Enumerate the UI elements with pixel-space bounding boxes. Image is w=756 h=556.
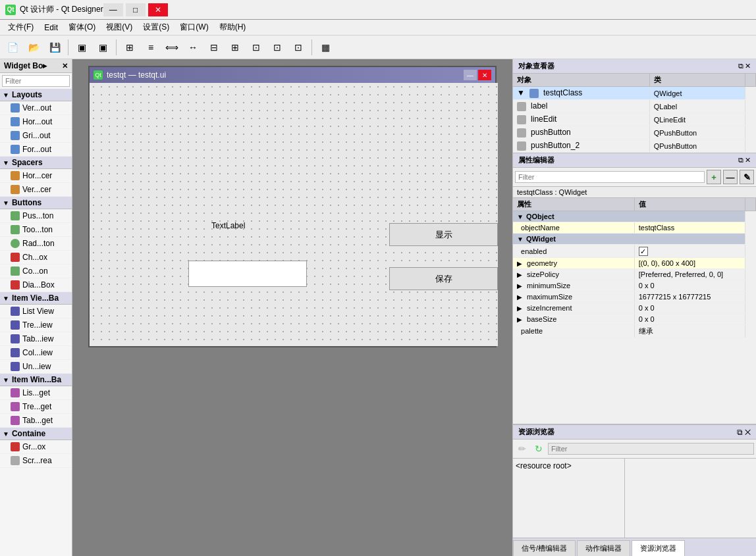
pe-checkbox-enabled[interactable]: ✓ [639,247,648,256]
canvas-show-button[interactable]: 显示 [389,223,498,246]
tb-btn-1[interactable]: ▣ [72,38,92,57]
oi-expand-testqtclass[interactable]: ▼ [517,88,525,97]
pe-row-palette[interactable]: palette 继承 [513,324,756,338]
tb-btn-7[interactable]: ⊟ [204,38,224,57]
pe-expand-minimumsize[interactable]: ▶ [517,282,522,290]
rb-float-button[interactable]: ⧉ [737,428,743,437]
pe-val-minimumsize[interactable]: 0 x 0 [634,280,745,291]
pe-val-sizeincrement[interactable]: 0 x 0 [634,302,745,313]
pe-filter-input[interactable] [515,171,705,183]
wb-item-tablewidget[interactable]: Tab...get [0,414,72,428]
wb-item-horizontal-layout[interactable]: Hor...out [0,115,72,129]
tab-action-editor[interactable]: 动作编辑器 [577,540,630,556]
tb-btn-4[interactable]: ≡ [141,38,161,57]
tb-btn-11[interactable]: ⊡ [288,38,308,57]
pe-add-button[interactable]: + [707,170,721,184]
tb-btn-2[interactable]: ▣ [93,38,113,57]
wb-item-vertical-layout[interactable]: Ver...out [0,101,72,115]
pe-expand-maximumsize[interactable]: ▶ [517,293,522,301]
designer-close-button[interactable]: ✕ [478,70,491,80]
menu-item-1[interactable]: Edit [39,20,63,35]
wb-item-dialogbox[interactable]: Dia...Box [0,278,72,292]
tab-resource-browser[interactable]: 资源浏览器 [632,540,685,556]
wb-item-radiobutton[interactable]: Rad...ton [0,237,72,251]
wb-item-grid-layout[interactable]: Gri...out [0,129,72,143]
minimize-button[interactable]: — [103,3,123,16]
rb-refresh-button[interactable]: ↻ [531,442,546,456]
pe-row-objectname[interactable]: objectName testqtClass [513,222,756,234]
pe-expand-sizepolicy[interactable]: ▶ [517,271,522,278]
canvas-textlabel[interactable]: TextLabel [211,221,245,230]
pe-row-sizepolicy[interactable]: ▶ sizePolicy [Preferred, Preferred, 0, 0… [513,268,756,280]
designer-canvas[interactable]: TextLabel 显示 保存 [90,83,498,346]
pe-remove-button[interactable]: — [723,170,738,184]
canvas-lineedit[interactable] [188,261,307,287]
tb-btn-5[interactable]: ⟺ [162,38,182,57]
oi-row-label[interactable]: label QLabel [513,100,756,113]
wb-item-listwidget[interactable]: Lis...get [0,386,72,400]
rb-close-button[interactable]: ✕ [745,428,751,437]
wb-item-undoview[interactable]: Un...iew [0,360,72,374]
pe-expand-qobject[interactable]: ▼ [517,213,524,220]
oi-row-pushbutton2[interactable]: pushButton_2 QPushButton [513,139,756,153]
pe-close-button[interactable]: ✕ [745,156,751,164]
canvas-save-button[interactable]: 保存 [389,267,498,290]
tb-btn-3[interactable]: ⊞ [120,38,140,57]
pe-float-button[interactable]: ⧉ [738,156,743,164]
widget-box-filter-input[interactable] [2,75,70,87]
wb-category-spacers[interactable]: ▼ Spacers [0,157,72,169]
wb-item-groupbox[interactable]: Gr...ox [0,440,72,454]
wb-item-treeview[interactable]: Tre...iew [0,318,72,332]
pe-val-basesize[interactable]: 0 x 0 [634,313,745,324]
widget-box-close[interactable]: ✕ [62,62,68,70]
open-button[interactable]: 📂 [24,38,43,57]
wb-item-checkbox[interactable]: Ch...ox [0,251,72,265]
menu-item-6[interactable]: 帮助(H) [214,20,252,35]
wb-category-buttons[interactable]: ▼ Buttons [0,197,72,209]
tb-btn-10[interactable]: ⊡ [267,38,287,57]
rb-resource-root[interactable]: <resource root> [516,461,572,470]
wb-item-combobox[interactable]: Co...on [0,265,72,278]
wb-item-listview[interactable]: List View [0,305,72,318]
tab-signal-slot[interactable]: 信号/槽编辑器 [513,540,576,556]
pe-expand-basesize[interactable]: ▶ [517,316,522,323]
oi-row-lineedit[interactable]: lineEdit QLineEdit [513,113,756,126]
pe-expand-geometry[interactable]: ▶ [517,260,522,267]
rb-filter-input[interactable] [548,443,754,455]
pe-val-sizepolicy[interactable]: [Preferred, Preferred, 0, 0] [634,268,745,280]
wb-item-tableview[interactable]: Tab...iew [0,332,72,346]
menu-item-4[interactable]: 设置(S) [138,20,175,35]
wb-category-layouts[interactable]: ▼ Layouts [0,89,72,101]
tb-btn-9[interactable]: ⊡ [246,38,266,57]
pe-expand-qwidget[interactable]: ▼ [517,236,524,243]
wb-item-vertical-spacer[interactable]: Ver...cer [0,183,72,197]
pe-row-geometry[interactable]: ▶ geometry [(0, 0), 600 x 400] [513,257,756,268]
wb-item-columnview[interactable]: Col...iew [0,346,72,360]
designer-minimize-button[interactable]: — [464,70,477,80]
pe-val-maximumsize[interactable]: 16777215 x 16777215 [634,291,745,302]
tb-btn-6[interactable]: ↔ [183,38,203,57]
wb-category-itemview[interactable]: ▼ Item Vie...Ba [0,292,72,305]
pe-val-palette[interactable]: 继承 [634,324,745,338]
wb-category-containers[interactable]: ▼ Containe [0,428,72,440]
close-button[interactable]: ✕ [148,3,168,16]
pe-val-objectname[interactable]: testqtClass [634,222,745,234]
oi-row-testqtclass[interactable]: ▼ testqtClass QWidget [513,87,756,100]
wb-item-treewidget[interactable]: Tre...get [0,400,72,414]
oi-close-button[interactable]: ✕ [745,62,751,70]
menu-item-3[interactable]: 视图(V) [101,20,138,35]
wb-item-scrollarea[interactable]: Scr...rea [0,454,72,468]
rb-edit-button[interactable]: ✏ [515,442,529,456]
wb-item-pushbutton[interactable]: Pus...ton [0,209,72,223]
menu-item-0[interactable]: 文件(F) [3,20,39,35]
pe-val-geometry[interactable]: [(0, 0), 600 x 400] [634,257,745,268]
pe-expand-sizeincrement[interactable]: ▶ [517,305,522,312]
pe-section-qobject[interactable]: ▼QObject [513,211,756,222]
oi-row-pushbutton[interactable]: pushButton QPushButton [513,126,756,139]
pe-row-sizeincrement[interactable]: ▶ sizeIncrement 0 x 0 [513,302,756,313]
wb-category-itemwidget[interactable]: ▼ Item Win...Ba [0,374,72,386]
pe-row-maximumsize[interactable]: ▶ maximumSize 16777215 x 16777215 [513,291,756,302]
pe-row-minimumsize[interactable]: ▶ minimumSize 0 x 0 [513,280,756,291]
pe-section-qwidget[interactable]: ▼QWidget [513,234,756,245]
pe-row-basesize[interactable]: ▶ baseSize 0 x 0 [513,313,756,324]
